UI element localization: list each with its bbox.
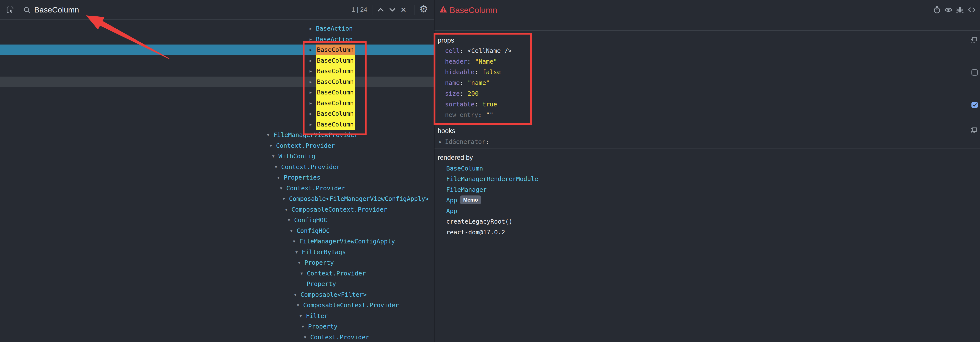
copy-hooks-icon[interactable] [971,127,977,134]
caret-expanded-icon[interactable]: ▾ [301,268,307,279]
rendered-by-item-filemanagerrenderermodule[interactable]: FileManagerRendererModule [446,174,538,185]
prop-value[interactable]: <CellName /> [468,47,512,54]
caret-collapsed-icon[interactable]: ▸ [310,98,316,109]
tree-row-property[interactable]: ▸Property [0,278,434,290]
caret-expanded-icon[interactable]: ▾ [293,236,299,247]
prop-row-hideable[interactable]: hideable:false [445,67,501,78]
tree-row-composable-filemanagerviewconfigapply-[interactable]: ▾Composable<FileManagerViewConfigApply> [0,194,434,204]
tree-row-composablecontext-provider[interactable]: ▾ComposableContext.Provider [0,204,434,215]
caret-expanded-icon[interactable]: ▾ [283,194,289,204]
tree-row-basecolumn[interactable]: ▸BaseColumn [0,119,434,130]
caret-expanded-icon[interactable]: ▾ [267,130,274,140]
caret-collapsed-icon[interactable]: ▸ [310,66,316,76]
tree-row-filemanagerviewprovider[interactable]: ▾FileManagerViewProvider [0,130,434,140]
tree-row-composablecontext-provider[interactable]: ▾ComposableContext.Provider [0,300,434,311]
rendered-by-item-filemanager[interactable]: FileManager [446,185,487,195]
prop-row-new-entry[interactable]: new entry:"" [445,110,493,120]
prop-value[interactable]: "" [486,111,493,118]
tree-row-property[interactable]: ▾Property [0,258,434,268]
caret-expanded-icon[interactable]: ▾ [290,226,297,236]
caret-collapsed-icon[interactable]: ▸ [310,119,316,130]
tree-row-basecolumn[interactable]: ▸BaseColumn [0,66,434,76]
caret-expanded-icon[interactable]: ▾ [285,204,291,215]
caret-expanded-icon[interactable]: ▾ [299,311,306,321]
tree-row-context-provider[interactable]: ▾Context.Provider [0,183,434,194]
copy-props-icon[interactable] [971,37,977,43]
tree-row-context-provider[interactable]: ▾Context.Provider [0,162,434,172]
previous-result-button[interactable] [376,5,385,14]
tree-row-property[interactable]: ▾Property [0,321,434,332]
clear-search-button[interactable]: ✕ [399,5,408,14]
tree-row-withconfig[interactable]: ▾WithConfig [0,151,434,162]
tree-row-basecolumn[interactable]: ▸BaseColumn [0,98,434,109]
tree-row-filter[interactable]: ▾Filter [0,311,434,321]
tree-row-baseaction[interactable]: ▸BaseAction [0,34,434,45]
caret-expanded-icon[interactable]: ▾ [297,300,303,311]
caret-collapsed-icon[interactable]: ▸ [310,34,316,45]
settings-gear-icon[interactable]: ⚙ [419,5,428,13]
tree-row-basecolumn[interactable]: ▸BaseColumn [0,76,434,87]
prop-row-header[interactable]: header:"Name" [445,56,497,67]
check-icon [972,103,977,107]
prop-value[interactable]: false [482,68,501,76]
tree-row-context-provider[interactable]: ▾Context.Provider [0,268,434,279]
rendered-by-item-basecolumn[interactable]: BaseColumn [446,163,483,174]
caret-collapsed-icon[interactable]: ▸ [310,76,316,87]
hook-collapse-caret[interactable]: ▸ [439,137,442,147]
search-input[interactable] [34,3,323,16]
caret-collapsed-icon[interactable]: ▸ [310,87,316,98]
suspense-timer-icon[interactable] [933,6,941,14]
caret-expanded-icon[interactable]: ▾ [302,321,308,332]
caret-expanded-icon[interactable]: ▾ [270,140,276,151]
caret-expanded-icon[interactable]: ▾ [275,162,281,172]
caret-collapsed-icon[interactable]: ▸ [310,55,316,66]
caret-expanded-icon[interactable]: ▾ [295,247,302,258]
prop-value[interactable]: "Name" [475,58,497,65]
inspect-dom-eye-icon[interactable] [945,6,952,14]
caret-expanded-icon[interactable]: ▾ [288,215,294,226]
component-name: Filter [306,312,328,320]
caret-expanded-icon[interactable]: ▾ [277,172,284,183]
tree-row-basecolumn[interactable]: ▸BaseColumn [0,108,434,119]
caret-expanded-icon[interactable]: ▾ [280,183,286,194]
prop-key: sortable [445,101,474,108]
prop-value[interactable]: 200 [468,90,479,97]
component-name: Context.Provider [276,142,335,149]
hideable-checkbox-unchecked[interactable] [972,69,978,76]
prop-row-sortable[interactable]: sortable:true [445,99,497,110]
tree-row-filemanagerviewconfigapply[interactable]: ▾FileManagerViewConfigApply [0,236,434,247]
prop-row-size[interactable]: size:200 [445,88,479,99]
caret-collapsed-icon[interactable]: ▸ [310,23,316,34]
prop-colon: : [474,68,478,76]
prop-value[interactable]: "name" [468,79,490,86]
caret-expanded-icon[interactable]: ▾ [294,290,301,300]
inspect-element-icon[interactable] [6,6,14,14]
tree-row-baseaction[interactable]: ▸BaseAction [0,23,434,34]
caret-expanded-icon[interactable]: ▾ [304,332,310,342]
prop-row-name[interactable]: name:"name" [445,78,490,88]
tree-row-filterbytags[interactable]: ▾FilterByTags [0,247,434,258]
next-result-button[interactable] [388,5,397,14]
rendered-by-item-app[interactable]: AppMemo [446,195,481,206]
prop-row-cell[interactable]: cell:<CellName /> [445,46,512,56]
log-to-console-bug-icon[interactable] [956,6,964,14]
rendered-by-item-app[interactable]: App [446,206,457,216]
tree-row-basecolumn[interactable]: ▸BaseColumn [0,55,434,66]
tree-row-basecolumn[interactable]: ▸BaseColumn [0,87,434,98]
tree-row-basecolumn[interactable]: ▸BaseColumn [0,45,434,55]
component-name: Composable<FileManagerViewConfigApply> [289,195,429,202]
tree-row-context-provider[interactable]: ▾Context.Provider [0,332,434,342]
sortable-checkbox-checked[interactable] [972,102,978,108]
tree-row-properties[interactable]: ▾Properties [0,172,434,183]
tree-row-context-provider[interactable]: ▾Context.Provider [0,140,434,151]
caret-collapsed-icon[interactable]: ▸ [310,108,316,119]
hook-row[interactable]: IdGenerator: [445,137,489,147]
caret-expanded-icon[interactable]: ▾ [272,151,278,162]
prop-value[interactable]: true [482,101,497,108]
caret-expanded-icon[interactable]: ▾ [298,258,304,268]
view-source-code-icon[interactable] [968,6,975,14]
tree-row-confighoc[interactable]: ▾ConfigHOC [0,226,434,236]
tree-row-confighoc[interactable]: ▾ConfigHOC [0,215,434,226]
caret-collapsed-icon[interactable]: ▸ [310,45,316,55]
tree-row-composable-filter-[interactable]: ▾Composable<Filter> [0,290,434,300]
